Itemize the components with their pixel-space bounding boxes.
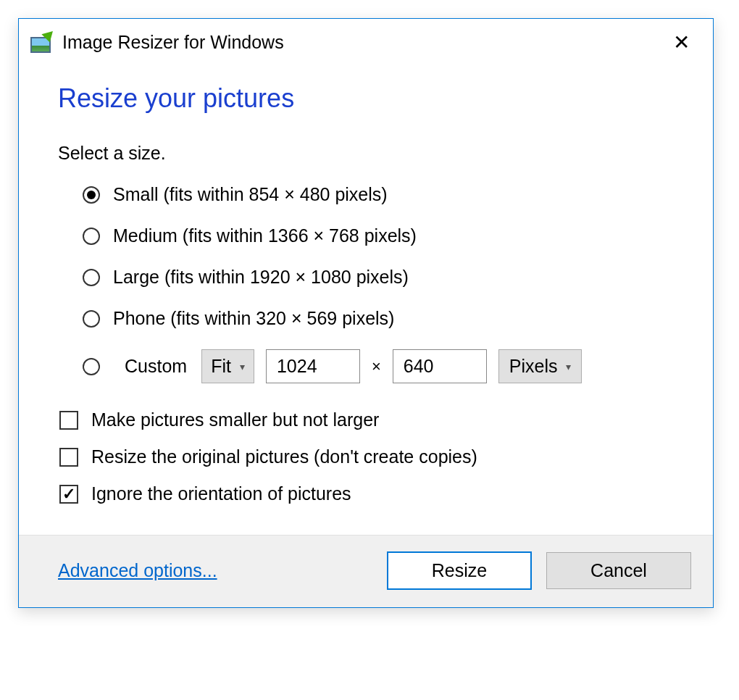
size-option-small[interactable]: Small (fits within 854 × 480 pixels) bbox=[83, 184, 674, 205]
cancel-button[interactable]: Cancel bbox=[546, 552, 691, 589]
resize-button[interactable]: Resize bbox=[387, 551, 532, 590]
checkbox-icon bbox=[59, 448, 78, 467]
footer: Advanced options... Resize Cancel bbox=[19, 535, 713, 607]
close-button[interactable]: ✕ bbox=[664, 28, 698, 57]
checkbox-smaller-only[interactable]: Make pictures smaller but not larger bbox=[59, 409, 674, 430]
times-symbol: × bbox=[372, 357, 381, 376]
radio-icon bbox=[83, 186, 100, 204]
app-icon bbox=[30, 33, 54, 53]
checkbox-resize-originals[interactable]: Resize the original pictures (don't crea… bbox=[59, 446, 674, 467]
checkbox-label: Ignore the orientation of pictures bbox=[91, 483, 351, 504]
radio-custom[interactable] bbox=[83, 358, 100, 375]
page-heading: Resize your pictures bbox=[58, 83, 674, 114]
size-option-medium[interactable]: Medium (fits within 1366 × 768 pixels) bbox=[83, 225, 674, 246]
custom-label: Custom bbox=[125, 356, 187, 377]
window-title: Image Resizer for Windows bbox=[62, 32, 664, 53]
checkbox-label: Make pictures smaller but not larger bbox=[91, 409, 379, 430]
radio-label: Large (fits within 1920 × 1080 pixels) bbox=[113, 267, 409, 288]
radio-label: Phone (fits within 320 × 569 pixels) bbox=[113, 308, 394, 329]
checkbox-ignore-orientation[interactable]: Ignore the orientation of pictures bbox=[59, 483, 674, 504]
radio-icon bbox=[83, 310, 100, 328]
chevron-down-icon: ▾ bbox=[240, 361, 245, 372]
checkbox-icon bbox=[59, 485, 78, 504]
size-radio-group: Small (fits within 854 × 480 pixels) Med… bbox=[58, 184, 674, 383]
options-checkbox-group: Make pictures smaller but not larger Res… bbox=[58, 409, 674, 504]
checkbox-label: Resize the original pictures (don't crea… bbox=[91, 446, 477, 467]
size-option-custom: Custom Fit ▾ 1024 × 640 Pixels ▾ bbox=[83, 349, 674, 383]
size-option-large[interactable]: Large (fits within 1920 × 1080 pixels) bbox=[83, 267, 674, 288]
fit-mode-select[interactable]: Fit ▾ bbox=[201, 349, 254, 383]
titlebar: Image Resizer for Windows ✕ bbox=[19, 19, 713, 63]
radio-label: Small (fits within 854 × 480 pixels) bbox=[113, 184, 388, 205]
unit-select[interactable]: Pixels ▾ bbox=[498, 349, 583, 383]
chevron-down-icon: ▾ bbox=[566, 361, 571, 372]
instruction-text: Select a size. bbox=[58, 143, 674, 164]
content-area: Resize your pictures Select a size. Smal… bbox=[19, 63, 713, 535]
advanced-options-link[interactable]: Advanced options... bbox=[58, 560, 217, 581]
radio-icon bbox=[83, 228, 100, 245]
dialog-window: Image Resizer for Windows ✕ Resize your … bbox=[18, 18, 714, 608]
radio-icon bbox=[83, 269, 100, 286]
width-input[interactable]: 1024 bbox=[266, 349, 360, 383]
select-value: Fit bbox=[211, 356, 231, 377]
select-value: Pixels bbox=[509, 356, 558, 377]
height-input[interactable]: 640 bbox=[393, 349, 487, 383]
radio-label: Medium (fits within 1366 × 768 pixels) bbox=[113, 225, 417, 246]
checkbox-icon bbox=[59, 411, 78, 430]
size-option-phone[interactable]: Phone (fits within 320 × 569 pixels) bbox=[83, 308, 674, 329]
